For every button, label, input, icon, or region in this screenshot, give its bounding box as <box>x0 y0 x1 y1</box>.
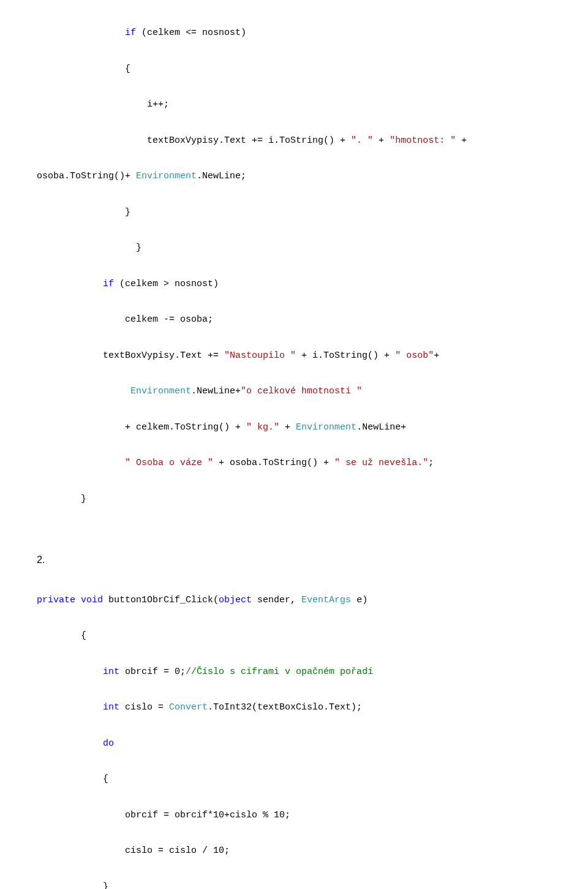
code-line: osoba.ToString()+ Environment.NewLine; <box>37 167 588 185</box>
code-line: private void button1ObrCif_Click(object … <box>37 591 588 609</box>
code-line: { <box>37 770 588 788</box>
code-line: } <box>37 490 588 508</box>
code-line: do <box>37 735 588 752</box>
code-line: textBoxVypisy.Text += i.ToString() + ". … <box>37 132 588 149</box>
code-line: { <box>37 627 588 645</box>
code-line: { <box>37 60 588 78</box>
code-line: obrcif = obrcif*10+cislo % 10; <box>37 806 588 824</box>
code-block-1: if (celkem <= nosnost) { i++; textBoxVyp… <box>37 6 588 526</box>
code-line: textBoxVypisy.Text += "Nastoupilo " + i.… <box>37 347 588 365</box>
code-line: if (celkem <= nosnost) <box>37 24 588 42</box>
code-line: cislo = cislo / 10; <box>37 842 588 860</box>
code-line: } <box>37 878 588 889</box>
code-line: Environment.NewLine+"o celkové hmotnosti… <box>37 382 588 400</box>
code-line: } <box>37 239 588 257</box>
section-label-2: 2. <box>37 550 588 569</box>
code-line: i++; <box>37 96 588 113</box>
code-line: int cislo = Convert.ToInt32(textBoxCislo… <box>37 698 588 716</box>
code-line: int obrcif = 0;//Číslo s ciframi v opačn… <box>37 663 588 681</box>
code-block-2: private void button1ObrCif_Click(object … <box>37 573 588 889</box>
code-line: } <box>37 203 588 221</box>
code-line: celkem -= osoba; <box>37 311 588 328</box>
code-line: if (celkem > nosnost) <box>37 275 588 293</box>
code-line: " Osoba o váze " + osoba.ToString() + " … <box>37 454 588 472</box>
code-line: + celkem.ToString() + " kg." + Environme… <box>37 418 588 436</box>
